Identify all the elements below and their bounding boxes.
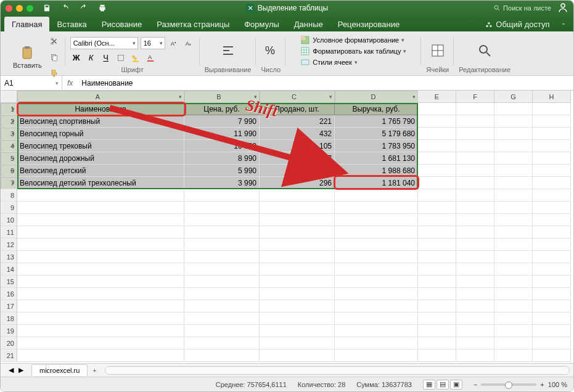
zoom-dot[interactable] <box>27 5 33 12</box>
cell[interactable] <box>260 226 335 239</box>
cell[interactable]: Выручка, руб. <box>335 103 418 115</box>
cell[interactable] <box>456 115 494 128</box>
tab-draw[interactable]: Рисование <box>94 17 149 31</box>
cell[interactable]: 105 <box>260 140 335 152</box>
cell[interactable] <box>260 251 335 263</box>
font-name-select[interactable]: Calibri (Осн... <box>70 37 138 49</box>
cell[interactable] <box>418 337 456 349</box>
cell[interactable] <box>456 177 494 189</box>
cell[interactable]: 1 681 130 <box>335 152 418 165</box>
cell[interactable] <box>260 300 335 312</box>
cell[interactable] <box>456 140 494 152</box>
cell[interactable] <box>533 103 571 115</box>
cell[interactable]: 16 990 <box>184 140 260 152</box>
paste-button[interactable]: Вставить <box>10 44 44 70</box>
cell[interactable] <box>533 226 571 239</box>
increase-font-icon[interactable]: A▴ <box>168 37 180 49</box>
cell[interactable]: 1 783 950 <box>335 140 418 152</box>
decrease-font-icon[interactable]: A▾ <box>182 37 195 49</box>
cell[interactable] <box>418 300 456 312</box>
number-button[interactable]: % <box>261 42 281 59</box>
row-header-7[interactable]: 7 <box>1 177 17 189</box>
cell[interactable] <box>184 239 260 251</box>
save-icon[interactable] <box>41 2 53 14</box>
cells-button[interactable] <box>428 42 448 59</box>
cell[interactable] <box>418 276 456 288</box>
grid[interactable]: ABCDEFGH 1234567891011121314151617181920… <box>1 91 573 363</box>
cell[interactable] <box>494 152 533 165</box>
cell[interactable] <box>456 103 494 115</box>
cell[interactable] <box>184 337 260 349</box>
cell[interactable] <box>494 251 533 263</box>
tab-data[interactable]: Данные <box>287 17 330 31</box>
cell[interactable] <box>533 140 571 152</box>
col-header-D[interactable]: D <box>335 91 418 103</box>
cell[interactable] <box>184 226 260 239</box>
cell[interactable] <box>456 251 494 263</box>
cell[interactable] <box>335 202 418 214</box>
cell[interactable] <box>260 276 335 288</box>
editing-button[interactable] <box>475 42 494 59</box>
cell[interactable] <box>456 276 494 288</box>
cell[interactable] <box>184 349 260 362</box>
cell[interactable] <box>456 239 494 251</box>
page-break-view-icon[interactable]: ▣ <box>450 380 462 390</box>
cell[interactable] <box>533 276 571 288</box>
cell[interactable] <box>418 103 456 115</box>
cell[interactable] <box>494 128 533 140</box>
cell[interactable] <box>17 312 184 325</box>
cell[interactable] <box>494 140 533 152</box>
cell[interactable]: 3 990 <box>184 177 260 189</box>
collapse-ribbon-icon[interactable]: ˆ <box>557 22 570 31</box>
col-header-A[interactable]: A <box>17 91 184 103</box>
cell[interactable] <box>418 226 456 239</box>
minimize-dot[interactable] <box>16 5 23 12</box>
cell[interactable] <box>335 263 418 276</box>
cell[interactable] <box>494 115 533 128</box>
cell[interactable] <box>335 189 418 202</box>
cell[interactable] <box>533 152 571 165</box>
row-header-13[interactable]: 13 <box>1 251 17 263</box>
zoom-in-button[interactable]: + <box>540 381 544 388</box>
cell[interactable] <box>17 300 184 312</box>
cell[interactable]: Велосипед горный <box>17 128 184 140</box>
cell[interactable] <box>456 337 494 349</box>
fill-color-icon[interactable] <box>129 52 142 64</box>
cell[interactable] <box>17 263 184 276</box>
border-icon[interactable] <box>115 52 127 64</box>
cell[interactable] <box>335 214 418 226</box>
cell[interactable] <box>418 140 456 152</box>
cell[interactable]: 8 990 <box>184 152 260 165</box>
cell[interactable] <box>184 288 260 300</box>
cell[interactable] <box>184 276 260 288</box>
col-header-C[interactable]: C <box>260 91 335 103</box>
cell[interactable]: Велосипед детский <box>17 165 184 177</box>
cell[interactable] <box>456 128 494 140</box>
cell[interactable] <box>456 325 494 337</box>
cell[interactable] <box>494 189 533 202</box>
cell[interactable] <box>533 177 571 189</box>
tab-insert[interactable]: Вставка <box>49 17 94 31</box>
tab-formulas[interactable]: Формулы <box>237 17 287 31</box>
cell[interactable] <box>533 337 571 349</box>
cell[interactable]: 11 990 <box>184 128 260 140</box>
cell[interactable] <box>260 239 335 251</box>
tab-layout[interactable]: Разметка страницы <box>149 17 237 31</box>
cell[interactable] <box>335 226 418 239</box>
row-header-16[interactable]: 16 <box>1 288 17 300</box>
cell[interactable]: Велосипед дорожный <box>17 152 184 165</box>
row-header-14[interactable]: 14 <box>1 263 17 276</box>
cell[interactable] <box>456 152 494 165</box>
fx-button[interactable]: fx <box>62 79 78 88</box>
cell[interactable] <box>456 189 494 202</box>
cell[interactable] <box>335 251 418 263</box>
cell[interactable] <box>533 189 571 202</box>
cell[interactable]: 1 765 790 <box>335 115 418 128</box>
row-header-2[interactable]: 2 <box>1 115 17 128</box>
cell[interactable]: 5 179 680 <box>335 128 418 140</box>
add-sheet-button[interactable]: + <box>88 367 101 374</box>
tab-share[interactable]: Общий доступ <box>477 17 557 31</box>
cell[interactable]: 1 181 040 <box>335 177 418 189</box>
cell[interactable] <box>418 214 456 226</box>
cell[interactable] <box>260 349 335 362</box>
